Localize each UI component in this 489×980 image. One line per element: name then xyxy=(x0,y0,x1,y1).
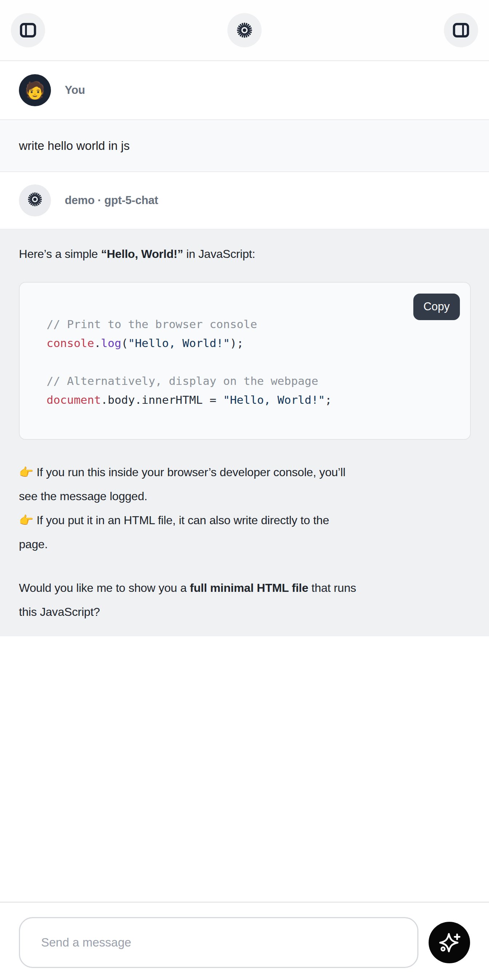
user-message-header: 🧑 You xyxy=(0,61,489,119)
text-segment: 👉 If you run this inside your browser’s … xyxy=(19,466,345,551)
assistant-avatar xyxy=(19,185,51,216)
code-token: // Print to the browser console xyxy=(46,318,257,331)
user-avatar: 🧑 xyxy=(19,74,51,106)
code-token: . xyxy=(94,336,101,350)
text-segment: full minimal HTML file xyxy=(190,581,309,594)
text-segment: Would you like me to show you a xyxy=(19,581,190,594)
chat-scroll-area[interactable] xyxy=(0,636,489,902)
assistant-paragraph: 👉 If you run this inside your browser’s … xyxy=(19,460,471,556)
assistant-paragraph: Would you like me to show you a full min… xyxy=(19,576,471,624)
code-token: ; xyxy=(325,393,332,406)
starburst-icon xyxy=(26,191,44,211)
top-bar xyxy=(0,0,489,61)
code-token: ( xyxy=(121,336,128,350)
code-line: // Print to the browser console xyxy=(46,315,450,334)
text-segment: Here’s a simple xyxy=(19,247,101,261)
app-logo-button[interactable] xyxy=(228,13,261,47)
user-author-label: You xyxy=(65,84,85,97)
assistant-model-label: demo · gpt-5-chat xyxy=(65,194,158,207)
code-line: console.log("Hello, World!"); xyxy=(46,334,450,353)
code-token: "Hello, World!" xyxy=(223,393,325,406)
assistant-message-header: demo · gpt-5-chat xyxy=(0,172,489,229)
code-block: Copy // Print to the browser consolecons… xyxy=(19,282,471,440)
sidebar-toggle-button[interactable] xyxy=(11,13,45,47)
right-panel-toggle-button[interactable] xyxy=(444,13,478,47)
text-segment: “Hello, World!” xyxy=(101,247,183,261)
panel-right-icon xyxy=(451,21,471,40)
assistant-message-body: Here’s a simple “Hello, World!” in JavaS… xyxy=(0,229,489,636)
code-content: // Print to the browser consoleconsole.l… xyxy=(46,315,450,409)
code-line xyxy=(46,353,450,371)
code-token: console xyxy=(46,336,94,350)
panel-left-icon xyxy=(18,21,38,40)
assistant-intro-paragraph: Here’s a simple “Hello, World!” in JavaS… xyxy=(19,242,471,266)
code-line: document.body.innerHTML = "Hello, World!… xyxy=(46,390,450,409)
person-emoji: 🧑 xyxy=(24,82,45,99)
copy-button[interactable]: Copy xyxy=(413,294,460,320)
code-token: .body.innerHTML = xyxy=(101,393,223,406)
code-token: document xyxy=(46,393,101,406)
starburst-icon xyxy=(235,21,254,40)
code-token: log xyxy=(101,336,121,350)
code-token: // Alternatively, display on the webpage xyxy=(46,374,319,387)
text-segment: in JavaScript: xyxy=(183,247,255,261)
assistant-paragraphs: 👉 If you run this inside your browser’s … xyxy=(19,460,471,624)
send-button[interactable] xyxy=(428,922,470,963)
user-message-text: write hello world in js xyxy=(19,139,129,153)
code-token: "Hello, World!" xyxy=(128,336,230,350)
user-message-body: write hello world in js xyxy=(0,119,489,172)
sparkle-icon xyxy=(438,931,461,955)
chat-app: 🧑 You write hello world in js demo · gpt… xyxy=(0,0,489,980)
message-input[interactable] xyxy=(19,917,419,968)
composer-bar xyxy=(0,902,489,980)
code-line: // Alternatively, display on the webpage xyxy=(46,371,450,390)
code-token: ); xyxy=(230,336,244,350)
